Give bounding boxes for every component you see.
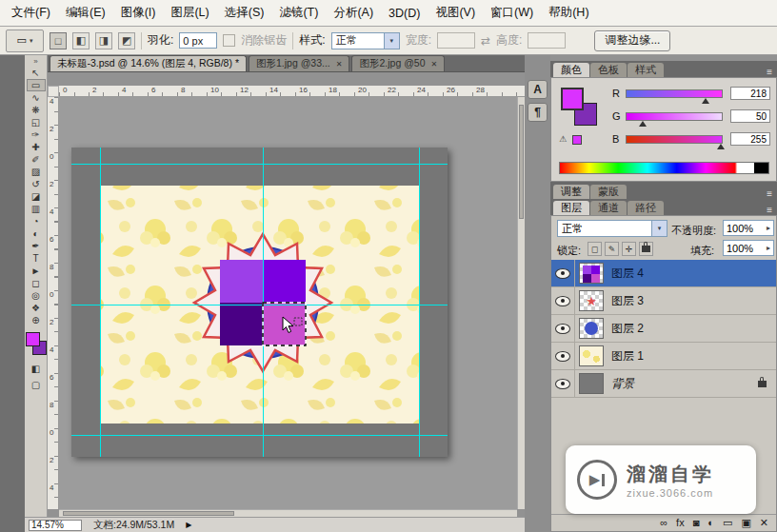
foreground-color-swatch[interactable] [26, 332, 40, 346]
blue-channel-slider[interactable] [626, 135, 723, 144]
opacity-input[interactable]: 100% ▸ [723, 220, 774, 236]
adjustment-layer-icon[interactable]: ◐ [707, 518, 714, 528]
history-brush-tool[interactable]: ↺ [27, 178, 46, 190]
rect-marquee-tool[interactable]: ▭ [27, 79, 46, 91]
menu-filter[interactable]: 滤镜(T) [271, 1, 326, 25]
vertical-scrollbar[interactable] [517, 97, 525, 509]
eraser-tool[interactable]: ◪ [27, 190, 46, 203]
swap-dimensions-icon[interactable]: ⇄ [481, 34, 490, 48]
horizontal-scrollbar[interactable] [59, 509, 517, 517]
tab-paths[interactable]: 路径 [628, 201, 664, 215]
document-tab-2[interactable]: 图形1.jpg @33... ✕ [249, 55, 349, 71]
foreground-color-swatch[interactable] [561, 88, 584, 110]
red-slider-knob[interactable] [702, 98, 709, 104]
width-input[interactable] [437, 32, 475, 49]
layer-name[interactable]: 图层 1 [611, 348, 644, 365]
blend-mode-dropdown[interactable]: 正常 ▾ [557, 220, 667, 237]
tool-preset-picker[interactable]: ▭ ▾ [6, 30, 44, 52]
chevron-down-icon[interactable]: ▾ [384, 33, 399, 49]
layer-row-background[interactable]: 背景 [551, 370, 776, 398]
feather-input[interactable]: 0 px [179, 32, 217, 49]
green-slider-knob[interactable] [639, 121, 647, 127]
tab-color[interactable]: 颜色 [553, 63, 589, 77]
chevron-down-icon[interactable]: ▾ [651, 221, 667, 236]
menu-layer[interactable]: 图层(L) [163, 1, 216, 25]
green-value-input[interactable]: 50 [730, 109, 770, 123]
gamut-warning-icon[interactable]: ⚠ [559, 134, 567, 144]
character-panel-icon[interactable]: A [528, 80, 548, 99]
screen-mode-button[interactable]: ▢ [27, 379, 46, 391]
type-tool[interactable]: T [27, 252, 46, 265]
menu-analysis[interactable]: 分析(A) [326, 1, 381, 25]
tab-adjustments[interactable]: 调整 [553, 185, 589, 199]
height-input[interactable] [528, 32, 566, 49]
close-icon[interactable]: ✕ [430, 60, 437, 69]
delete-layer-icon[interactable]: ✕ [760, 518, 768, 528]
pen-tool[interactable]: ✒ [27, 240, 46, 252]
selection-mode-add-button[interactable]: ◧ [72, 32, 90, 49]
menu-select[interactable]: 选择(S) [217, 1, 272, 25]
visibility-toggle[interactable] [551, 287, 575, 314]
green-channel-slider[interactable] [626, 112, 723, 121]
panel-menu-icon[interactable]: ≡ [767, 205, 772, 215]
gradient-tool[interactable]: ▥ [27, 203, 46, 215]
selection-mode-subtract-button[interactable]: ◨ [95, 32, 112, 49]
quick-mask-button[interactable]: ◧ [27, 363, 46, 375]
move-tool[interactable]: ↖ [27, 67, 46, 79]
lock-transparency-button[interactable]: ◻ [588, 242, 602, 256]
lock-pixels-button[interactable]: ✎ [605, 242, 619, 256]
layer-name[interactable]: 背景 [611, 376, 634, 392]
layer-thumbnail[interactable] [579, 318, 604, 339]
vertical-scrollbar-thumb[interactable] [519, 105, 524, 219]
layer-name[interactable]: 图层 2 [611, 321, 644, 337]
layer-row-2[interactable]: 图层 2 [551, 315, 776, 343]
layer-thumbnail[interactable] [579, 263, 604, 284]
layer-row-4[interactable]: 图层 4 [551, 260, 776, 287]
rotate-view-tool[interactable]: ◎ [27, 289, 46, 302]
selection-mode-intersect-button[interactable]: ◩ [118, 32, 135, 49]
layer-style-icon[interactable]: fx [676, 518, 685, 528]
crop-tool[interactable]: ◱ [27, 116, 46, 128]
menu-window[interactable]: 窗口(W) [483, 1, 541, 25]
document-canvas[interactable] [71, 148, 448, 457]
menu-edit[interactable]: 编辑(E) [58, 1, 113, 25]
color-spectrum-ramp[interactable] [559, 162, 769, 174]
menu-image[interactable]: 图像(I) [113, 1, 164, 25]
horizontal-ruler[interactable]: 02 46 810 1214 1618 2022 2426 28 [59, 86, 525, 97]
quick-selection-tool[interactable]: ❋ [27, 104, 46, 116]
visibility-toggle[interactable] [551, 260, 575, 286]
menu-3d[interactable]: 3D(D) [381, 3, 428, 24]
document-tab-active[interactable]: 未标题-3.psd @ 14.6% (图层 4, RGB/8) * [50, 55, 247, 71]
scrub-arrow-icon[interactable]: ▸ [767, 224, 770, 232]
blur-tool[interactable]: ◔ [27, 215, 46, 227]
panel-menu-icon[interactable]: ≡ [767, 67, 772, 77]
status-popup-arrow-icon[interactable]: ▶ [186, 521, 191, 529]
shape-tool[interactable]: ◻ [27, 277, 46, 289]
new-layer-icon[interactable]: ▣ [741, 518, 750, 528]
zoom-tool[interactable]: ⊕ [27, 314, 46, 326]
lock-all-button[interactable] [639, 242, 653, 256]
path-selection-tool[interactable]: ► [27, 265, 46, 277]
brush-tool[interactable]: ✐ [27, 153, 46, 166]
document-frame[interactable] [71, 148, 448, 457]
clone-stamp-tool[interactable]: ▨ [27, 166, 46, 178]
blue-value-input[interactable]: 255 [730, 132, 770, 146]
menu-help[interactable]: 帮助(H) [541, 1, 596, 25]
layer-name[interactable]: 图层 3 [611, 293, 644, 309]
layer-row-3[interactable]: ★ 图层 3 [551, 287, 776, 315]
layer-group-icon[interactable]: ▭ [723, 518, 732, 528]
tab-masks[interactable]: 蒙版 [590, 185, 627, 199]
red-value-input[interactable]: 218 [730, 87, 770, 100]
link-layers-icon[interactable]: ∞ [660, 518, 667, 528]
selection-mode-new-button[interactable]: □ [50, 32, 67, 49]
layer-thumbnail[interactable] [579, 345, 604, 366]
visibility-toggle[interactable] [551, 370, 575, 397]
refine-edge-button[interactable]: 调整边缘... [594, 30, 670, 51]
tab-styles[interactable]: 样式 [628, 63, 664, 77]
eyedropper-tool[interactable]: ✑ [27, 128, 46, 141]
layer-name[interactable]: 图层 4 [611, 266, 644, 282]
tab-swatches[interactable]: 色板 [590, 63, 627, 77]
layer-row-1[interactable]: 图层 1 [551, 343, 776, 370]
lock-position-button[interactable]: ✛ [622, 242, 636, 256]
layer-thumbnail[interactable] [579, 373, 604, 394]
